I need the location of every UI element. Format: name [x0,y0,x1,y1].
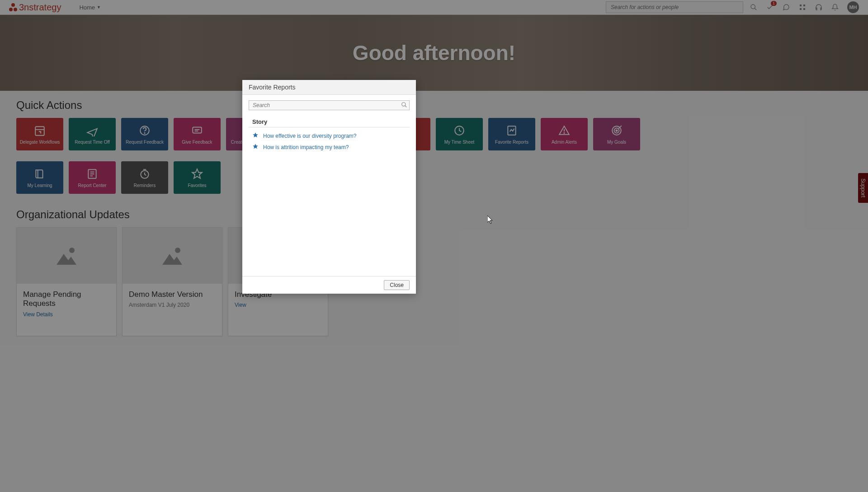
svg-line-41 [405,106,407,108]
modal-search-input[interactable] [249,100,410,110]
report-list: How effective is our diversity program? … [249,130,410,153]
report-row[interactable]: How is attrition impacting my team? [249,141,410,153]
report-link[interactable]: How is attrition impacting my team? [263,144,349,150]
report-row[interactable]: How effective is our diversity program? [249,130,410,141]
search-icon[interactable] [401,102,407,110]
modal-category: Story [249,117,410,127]
modal-body: Story How effective is our diversity pro… [242,95,416,276]
star-icon[interactable] [252,143,259,151]
star-icon[interactable] [252,132,259,140]
modal-footer: Close [242,276,416,294]
favorite-reports-modal: Favorite Reports Story How effective is … [242,80,416,294]
report-link[interactable]: How effective is our diversity program? [263,133,357,139]
modal-title: Favorite Reports [242,80,416,95]
modal-overlay[interactable] [0,0,868,492]
svg-marker-42 [253,132,258,137]
close-button[interactable]: Close [384,280,410,290]
svg-marker-43 [253,144,258,149]
svg-point-40 [402,103,406,106]
